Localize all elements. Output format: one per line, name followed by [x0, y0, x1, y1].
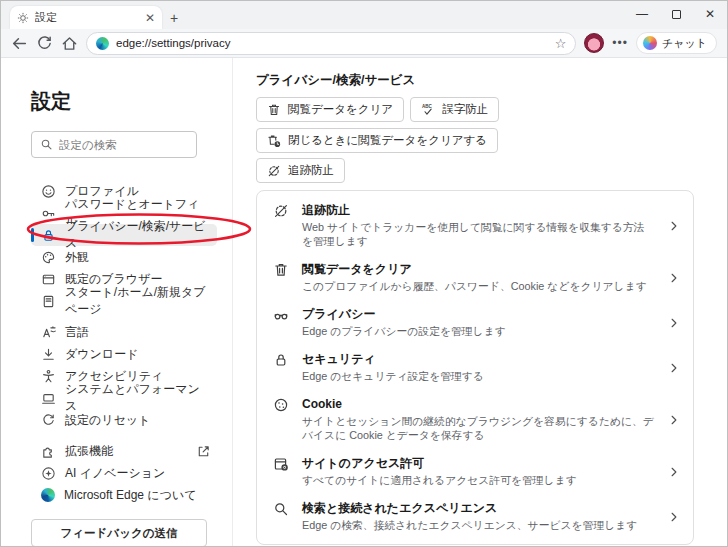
sidebar-item-about-edge[interactable]: Microsoft Edge について	[31, 484, 217, 506]
page-icon	[41, 294, 56, 309]
sidebar-item-appearance[interactable]: 外観	[31, 246, 217, 268]
item-description: すべてのサイトに適用されるアクセス許可を管理します	[302, 473, 655, 487]
sidebar-item-label: 拡張機能	[65, 443, 113, 460]
chevron-right-icon	[668, 466, 680, 478]
chevron-right-icon	[668, 220, 680, 232]
language-icon	[41, 325, 56, 340]
sidebar-item-label: 外観	[65, 249, 89, 266]
tab-title: 設定	[35, 10, 139, 25]
sidebar-item-ai-innovation[interactable]: AI イノベーション	[31, 462, 217, 484]
item-title: 追跡防止	[302, 203, 655, 218]
sidebar-item-system-performance[interactable]: システムとパフォーマンス	[31, 387, 217, 409]
settings-search[interactable]	[31, 131, 197, 158]
sidebar-item-label: 言語	[65, 324, 89, 341]
list-item-cookies[interactable]: Cookie サイトとセッション間の継続的なブラウジングを容易にするために、デバ…	[257, 390, 693, 449]
trash-clock-icon	[267, 134, 281, 148]
browser-window: 設定 ✕ + — ✕ edge://settings/privacy ☆ •••…	[0, 0, 728, 547]
search-input[interactable]	[59, 139, 188, 151]
item-description: Web サイトでトラッカーを使用して閲覧に関する情報を収集する方法を管理します	[302, 220, 655, 248]
privacy-settings-list: 追跡防止 Web サイトでトラッカーを使用して閲覧に関する情報を収集する方法を管…	[256, 190, 694, 545]
key-icon	[41, 206, 56, 221]
cookie-icon	[273, 397, 289, 413]
typo-protection-button[interactable]: ABC 誤字防止	[410, 97, 499, 122]
tracking-prevention-icon	[267, 164, 281, 178]
minimize-button[interactable]: —	[625, 1, 659, 27]
button-label: 誤字防止	[442, 102, 488, 117]
item-title: 閲覧データをクリア	[302, 262, 655, 277]
item-description: サイトとセッション間の継続的なブラウジングを容易にするために、デバイスに Coo…	[302, 414, 655, 442]
url-text[interactable]: edge://settings/privacy	[116, 37, 548, 49]
tab-settings[interactable]: 設定 ✕	[10, 6, 162, 29]
site-permissions-icon	[273, 456, 289, 472]
trash-icon	[267, 103, 281, 117]
gear-icon	[17, 12, 29, 24]
sidebar-title: 設定	[31, 88, 232, 114]
item-description: Edge のプライバシーの設定を管理します	[302, 324, 655, 338]
item-title: 検索と接続されたエクスペリエンス	[302, 501, 655, 516]
sidebar-item-label: ダウンロード	[65, 346, 138, 363]
lock-icon	[273, 352, 289, 368]
laptop-icon	[41, 391, 56, 406]
home-icon[interactable]	[61, 35, 78, 52]
sidebar-item-privacy[interactable]: プライバシー/検索/サービス	[31, 224, 217, 246]
tab-close-icon[interactable]: ✕	[145, 12, 155, 24]
download-icon	[41, 347, 56, 362]
item-title: Cookie	[302, 397, 655, 412]
send-feedback-button[interactable]: フィードバックの送信	[31, 519, 207, 547]
more-menu-icon[interactable]: •••	[612, 36, 628, 50]
edge-favicon	[96, 37, 109, 50]
chevron-right-icon	[668, 317, 680, 329]
browser-toolbar: edge://settings/privacy ☆ ••• チャット	[1, 29, 727, 58]
quick-actions-row-1: 閲覧データをクリア ABC 誤字防止 閉じるときに閲覧データをクリアする	[256, 97, 694, 153]
sidebar-item-label: スタート/ホーム/新規タブ ページ	[65, 284, 211, 318]
clear-browsing-data-button[interactable]: 閲覧データをクリア	[256, 97, 404, 122]
tab-strip: 設定 ✕ + — ✕	[1, 1, 727, 29]
item-title: セキュリティ	[302, 352, 655, 367]
sidebar-item-label: AI イノベーション	[65, 465, 165, 482]
chevron-right-icon	[668, 362, 680, 374]
quick-actions-row-2: 追跡防止	[256, 158, 694, 183]
list-item-site-permissions[interactable]: サイトのアクセス許可 すべてのサイトに適用されるアクセス許可を管理します	[257, 449, 693, 494]
lock-icon	[41, 228, 56, 243]
address-bar[interactable]: edge://settings/privacy ☆	[86, 32, 576, 55]
favorite-star-icon[interactable]: ☆	[555, 36, 567, 51]
list-item-search-experiences[interactable]: 検索と接続されたエクスペリエンス Edge の検索、接続されたエクスペリエンス、…	[257, 494, 693, 539]
item-title: プライバシー	[302, 307, 655, 322]
chat-label: チャット	[662, 36, 707, 51]
list-item-clear-browsing-data[interactable]: 閲覧データをクリア このプロファイルから履歴、パスワード、Cookie などをク…	[257, 255, 693, 300]
sidebar-item-label: 設定のリセット	[65, 412, 150, 429]
profile-icon	[41, 184, 56, 199]
external-link-icon	[196, 444, 211, 459]
button-label: 閲覧データをクリア	[288, 102, 393, 117]
search-icon	[273, 501, 289, 517]
clear-data-on-close-button[interactable]: 閉じるときに閲覧データをクリアする	[256, 128, 498, 153]
sidebar-item-label: Microsoft Edge について	[64, 487, 197, 504]
puzzle-icon	[41, 444, 56, 459]
browser-window-icon	[41, 272, 56, 287]
list-item-tracking-prevention[interactable]: 追跡防止 Web サイトでトラッカーを使用して閲覧に関する情報を収集する方法を管…	[257, 196, 693, 255]
item-title: サイトのアクセス許可	[302, 456, 655, 471]
maximize-button[interactable]	[659, 1, 693, 27]
list-item-security[interactable]: セキュリティ Edge のセキュリティ設定を管理する	[257, 345, 693, 390]
button-label: 閉じるときに閲覧データをクリアする	[288, 133, 487, 148]
back-icon[interactable]	[11, 35, 28, 52]
tracking-prevention-icon	[273, 203, 289, 219]
new-tab-button[interactable]: +	[162, 7, 186, 29]
chevron-right-icon	[668, 414, 680, 426]
profile-avatar[interactable]	[584, 33, 604, 53]
accessibility-icon	[41, 369, 56, 384]
chevron-right-icon	[668, 511, 680, 523]
close-button[interactable]: ✕	[693, 1, 727, 27]
sidebar-item-languages[interactable]: 言語	[31, 321, 217, 343]
refresh-icon[interactable]	[36, 35, 53, 52]
settings-sidebar: 設定 プロファイル パスワードとオートフィル プライバシー/検索/サービス	[1, 58, 233, 546]
svg-text:ABC: ABC	[422, 103, 433, 108]
sidebar-item-reset[interactable]: 設定のリセット	[31, 409, 217, 431]
list-item-privacy[interactable]: プライバシー Edge のプライバシーの設定を管理します	[257, 300, 693, 345]
tracking-prevention-button[interactable]: 追跡防止	[256, 158, 345, 183]
sidebar-item-start-home[interactable]: スタート/ホーム/新規タブ ページ	[31, 290, 217, 312]
copilot-chat-button[interactable]: チャット	[636, 32, 717, 54]
sidebar-item-extensions[interactable]: 拡張機能	[31, 440, 217, 462]
sidebar-item-downloads[interactable]: ダウンロード	[31, 343, 217, 365]
ai-sparkle-icon	[41, 466, 56, 481]
